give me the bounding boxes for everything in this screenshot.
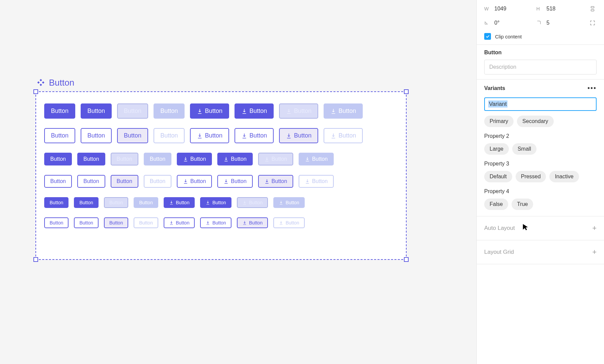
variant-pill[interactable]: Large — [484, 143, 509, 155]
button-variant[interactable]: Button — [81, 103, 112, 119]
layout-grid-section[interactable]: Layout Grid + — [477, 240, 604, 264]
button-label: Button — [109, 200, 123, 205]
button-variant[interactable]: Button — [111, 175, 138, 188]
button-variant[interactable]: Button — [154, 103, 185, 119]
button-variant[interactable]: Button — [144, 153, 171, 165]
variant-pill[interactable]: Inactive — [549, 171, 579, 182]
property4-label[interactable]: Property 4 — [484, 188, 597, 194]
button-variant[interactable]: Button — [279, 128, 318, 143]
button-variant[interactable]: Button — [44, 175, 72, 188]
radius-field[interactable]: 5 — [537, 20, 585, 26]
plus-icon[interactable]: + — [592, 248, 597, 256]
button-variant[interactable]: Button — [81, 128, 112, 143]
button-label: Button — [50, 156, 66, 162]
button-variant[interactable]: Button — [258, 153, 293, 165]
variant-pill[interactable]: Secondary — [517, 116, 554, 127]
clip-content-row[interactable]: Clip content — [484, 33, 597, 40]
property3-values: Default Pressed Inactive — [484, 171, 597, 182]
button-variant[interactable]: Button — [324, 128, 363, 143]
button-variant[interactable]: Button — [134, 217, 158, 228]
button-variant[interactable]: Button — [177, 153, 212, 165]
button-label: Button — [205, 108, 222, 115]
button-variant[interactable]: Button — [144, 175, 171, 188]
button-variant[interactable]: Button — [200, 217, 231, 228]
button-variant[interactable]: Button — [273, 197, 304, 208]
constrain-icon[interactable] — [588, 5, 597, 13]
button-label: Button — [124, 132, 141, 139]
selection-handle-tr[interactable] — [404, 89, 409, 94]
variant-pill[interactable]: Default — [484, 171, 512, 182]
button-label: Button — [294, 108, 311, 115]
button-variant[interactable]: Button — [44, 103, 75, 119]
button-variant[interactable]: Button — [279, 103, 318, 119]
property2-label[interactable]: Property 2 — [484, 133, 597, 139]
button-variant[interactable]: Button — [164, 197, 195, 208]
download-icon — [205, 220, 210, 225]
button-variant[interactable]: Button — [273, 217, 304, 228]
button-variant[interactable]: Button — [235, 103, 274, 119]
button-variant[interactable]: Button — [117, 128, 148, 143]
button-variant[interactable]: Button — [190, 103, 229, 119]
button-variant[interactable]: Button — [237, 217, 268, 228]
button-variant[interactable]: Button — [200, 197, 231, 208]
variant-pill[interactable]: Primary — [484, 116, 514, 127]
selection-handle-br[interactable] — [404, 257, 409, 262]
button-variant[interactable]: Button — [237, 197, 268, 208]
button-variant[interactable]: Button — [258, 175, 293, 188]
button-variant[interactable]: Button — [117, 103, 148, 119]
button-variant[interactable]: Button — [299, 175, 334, 188]
variant-row: Button Button Button Button Button Butto… — [44, 197, 398, 208]
variant-pill[interactable]: Small — [512, 143, 537, 155]
button-label: Button — [51, 132, 68, 139]
button-variant[interactable]: Button — [324, 103, 363, 119]
button-variant[interactable]: Button — [104, 197, 128, 208]
variant-pill[interactable]: Pressed — [516, 171, 546, 182]
button-variant[interactable]: Button — [44, 217, 68, 228]
button-variant[interactable]: Button — [217, 153, 252, 165]
plus-icon[interactable]: + — [592, 224, 597, 233]
download-icon — [242, 200, 247, 205]
width-field[interactable]: W1049 — [484, 6, 532, 12]
property3-label[interactable]: Property 3 — [484, 161, 597, 167]
auto-layout-label: Auto Layout — [484, 225, 515, 232]
corner-icon — [537, 20, 543, 26]
variant-pill[interactable]: True — [512, 199, 533, 210]
selection-handle-tl[interactable] — [33, 89, 38, 94]
description-input[interactable]: Description — [484, 60, 597, 74]
variant-frame[interactable]: Button Button Button Button Button Butto… — [35, 91, 407, 260]
selection-handle-bl[interactable] — [33, 257, 38, 262]
checkbox-checked-icon[interactable] — [484, 33, 491, 40]
rotation-field[interactable]: 0° — [484, 20, 532, 26]
button-label: Button — [50, 200, 63, 205]
button-variant[interactable]: Button — [44, 128, 75, 143]
more-icon[interactable]: ••• — [587, 84, 597, 92]
button-variant[interactable]: Button — [235, 128, 274, 143]
button-variant[interactable]: Button — [217, 175, 252, 188]
button-label: Button — [50, 178, 66, 184]
button-variant[interactable]: Button — [74, 217, 98, 228]
height-field[interactable]: H518 — [537, 6, 585, 12]
canvas-area[interactable]: Button Button Button Button Button Butto… — [0, 0, 476, 364]
button-variant[interactable]: Button — [164, 217, 195, 228]
layout-grid-label: Layout Grid — [484, 249, 514, 255]
button-variant[interactable]: Button — [299, 153, 334, 165]
variant-pill[interactable]: False — [484, 199, 508, 210]
button-variant[interactable]: Button — [190, 128, 229, 143]
variant-row: Button Button Button Button Button Butto… — [44, 103, 398, 119]
property4-values: False True — [484, 199, 597, 210]
button-variant[interactable]: Button — [74, 197, 98, 208]
button-label: Button — [83, 156, 99, 162]
button-variant[interactable]: Button — [77, 175, 105, 188]
button-variant[interactable]: Button — [44, 197, 68, 208]
variant-name-input[interactable]: Variant — [484, 97, 597, 111]
button-variant[interactable]: Button — [134, 197, 158, 208]
button-variant[interactable]: Button — [154, 128, 185, 143]
button-variant[interactable]: Button — [77, 153, 105, 165]
button-variant[interactable]: Button — [177, 175, 212, 188]
button-variant[interactable]: Button — [44, 153, 72, 165]
button-variant[interactable]: Button — [111, 153, 138, 165]
button-variant[interactable]: Button — [104, 217, 128, 228]
button-label: Button — [79, 220, 93, 225]
auto-layout-section[interactable]: Auto Layout + — [477, 216, 604, 240]
independent-corners-icon[interactable] — [588, 19, 597, 27]
